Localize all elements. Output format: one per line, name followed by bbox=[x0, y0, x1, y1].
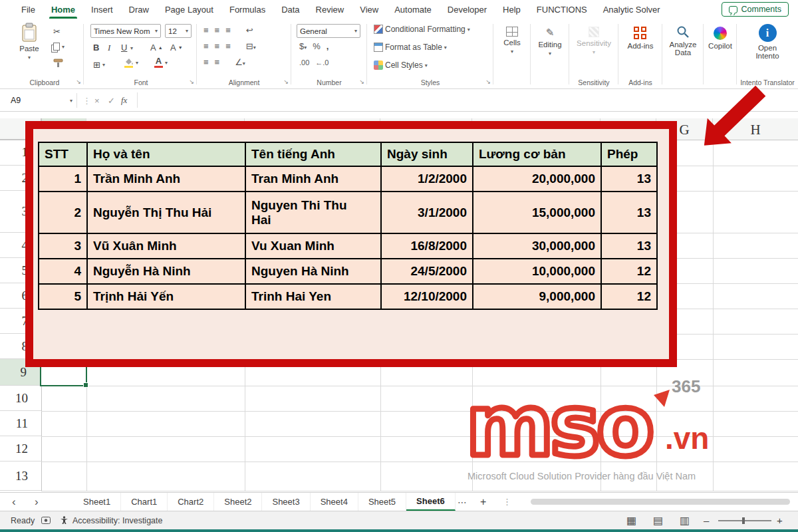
menu-functions[interactable]: FUNCTIONS bbox=[529, 0, 595, 19]
tab-sheet4[interactable]: Sheet4 bbox=[311, 493, 358, 511]
font-size-select[interactable]: 12▾ bbox=[165, 24, 192, 38]
editing-button[interactable]: ✎ Editing ▾ bbox=[535, 27, 565, 57]
align-left-button[interactable]: ≡ bbox=[203, 41, 209, 51]
table-cell[interactable]: Vu Xuan Minh bbox=[246, 234, 382, 259]
menu-file[interactable]: File bbox=[13, 0, 43, 19]
formula-input[interactable] bbox=[141, 92, 794, 108]
cell-styles-button[interactable]: Cell Styles▾ bbox=[374, 61, 428, 70]
number-format-select[interactable]: General▾ bbox=[297, 24, 360, 38]
table-header-cell[interactable]: Họ và tên bbox=[88, 143, 246, 167]
table-header-cell[interactable]: Tên tiếng Anh bbox=[246, 143, 382, 167]
analyze-data-button[interactable]: Analyze Data bbox=[665, 25, 701, 57]
open-intento-button[interactable]: i Open Intento bbox=[749, 24, 786, 60]
zoom-slider[interactable] bbox=[718, 520, 771, 521]
borders-button[interactable]: ⊞▾ bbox=[93, 60, 105, 70]
table-cell[interactable]: 1 bbox=[39, 167, 88, 192]
decrease-font-button[interactable]: A▼ bbox=[170, 43, 183, 53]
cut-button[interactable]: ✂ bbox=[53, 27, 61, 37]
clipboard-dialog-launcher-icon[interactable]: ↘ bbox=[76, 78, 81, 85]
table-cell[interactable]: 12 bbox=[602, 259, 658, 285]
menu-developer[interactable]: Developer bbox=[440, 0, 495, 19]
table-cell[interactable]: 13 bbox=[602, 192, 658, 234]
merge-center-button[interactable]: ⊟▾ bbox=[246, 41, 256, 51]
font-dialog-launcher-icon[interactable]: ↘ bbox=[189, 78, 194, 85]
align-right-button[interactable]: ≡ bbox=[225, 41, 231, 51]
table-cell[interactable]: 10,000,000 bbox=[473, 259, 602, 285]
copilot-button[interactable]: Copilot bbox=[705, 27, 735, 50]
increase-decimal-button[interactable]: .00 bbox=[299, 59, 309, 66]
font-name-select[interactable]: Times New Rom▾ bbox=[90, 24, 161, 38]
table-cell[interactable]: Trinh Hai Yen bbox=[246, 285, 382, 310]
tab-chart2[interactable]: Chart2 bbox=[168, 493, 214, 511]
decrease-indent-button[interactable]: ≡ bbox=[203, 57, 209, 67]
table-cell[interactable]: Vũ Xuân Minh bbox=[88, 234, 246, 259]
table-cell[interactable]: 12/10/2000 bbox=[382, 285, 473, 310]
tab-sheet6-active[interactable]: Sheet6 bbox=[406, 493, 456, 511]
tab-sheet5[interactable]: Sheet5 bbox=[358, 493, 406, 511]
comments-button[interactable]: Comments bbox=[722, 2, 789, 17]
comma-style-button[interactable]: , bbox=[327, 41, 329, 51]
insert-function-button[interactable]: fx bbox=[121, 93, 127, 108]
format-as-table-button[interactable]: Format as Table▾ bbox=[374, 43, 447, 52]
confirm-entry-button[interactable]: ✓ bbox=[108, 93, 115, 108]
table-header-cell[interactable]: STT bbox=[39, 143, 88, 167]
zoom-slider-thumb[interactable] bbox=[742, 517, 745, 524]
table-cell[interactable]: 9,000,000 bbox=[473, 285, 602, 310]
tab-scroll-right-button[interactable]: › bbox=[35, 493, 39, 511]
table-cell[interactable]: 3/1/2000 bbox=[382, 192, 473, 234]
format-painter-button[interactable] bbox=[53, 59, 63, 68]
conditional-formatting-button[interactable]: Conditional Formatting▾ bbox=[374, 25, 470, 34]
increase-font-button[interactable]: A▲ bbox=[150, 43, 163, 53]
menu-review[interactable]: Review bbox=[308, 0, 352, 19]
normal-view-button[interactable]: ▦ bbox=[626, 511, 636, 529]
table-cell[interactable]: Nguyễn Thị Thu Hải bbox=[88, 192, 246, 234]
table-cell[interactable]: Nguyen Thi Thu Hai bbox=[246, 192, 382, 234]
styles-dialog-launcher-icon[interactable]: ↘ bbox=[485, 78, 491, 85]
fill-color-button[interactable]: ▾ bbox=[124, 57, 138, 68]
table-cell[interactable]: Nguyễn Hà Ninh bbox=[88, 259, 246, 285]
table-cell[interactable]: Tran Minh Anh bbox=[246, 167, 382, 192]
align-center-button[interactable]: ≡ bbox=[215, 41, 220, 51]
tab-scroll-left-button[interactable]: ‹ bbox=[12, 493, 16, 511]
addins-button[interactable]: Add-ins bbox=[624, 27, 657, 50]
zoom-in-button[interactable]: + bbox=[777, 511, 783, 529]
more-sheets-button[interactable]: ⋯ bbox=[458, 493, 467, 511]
align-bottom-button[interactable]: ≡ bbox=[225, 25, 231, 35]
percent-button[interactable]: % bbox=[313, 41, 321, 51]
tab-sheet1[interactable]: Sheet1 bbox=[73, 493, 121, 511]
row-header-10[interactable]: 10 bbox=[0, 386, 41, 411]
page-break-view-button[interactable]: ▥ bbox=[680, 511, 690, 529]
table-header-cell[interactable]: Ngày sinh bbox=[382, 143, 473, 167]
table-cell[interactable]: 12 bbox=[602, 285, 658, 310]
menu-draw[interactable]: Draw bbox=[121, 0, 157, 19]
tab-chart1[interactable]: Chart1 bbox=[121, 493, 168, 511]
cancel-entry-button[interactable]: × bbox=[94, 93, 100, 108]
table-cell[interactable]: 5 bbox=[39, 285, 88, 310]
underline-button[interactable]: U bbox=[121, 43, 127, 53]
tab-splitter-icon[interactable]: ⋮ bbox=[503, 493, 511, 511]
page-layout-view-button[interactable]: ▤ bbox=[653, 511, 663, 529]
table-cell[interactable]: Nguyen Hà Ninh bbox=[246, 259, 382, 285]
tab-sheet3[interactable]: Sheet3 bbox=[262, 493, 310, 511]
row-header-13[interactable]: 13 bbox=[0, 462, 41, 491]
align-top-button[interactable]: ≡ bbox=[203, 25, 209, 35]
table-cell[interactable]: Trần Minh Anh bbox=[88, 167, 246, 192]
new-sheet-button[interactable]: + bbox=[480, 493, 486, 511]
menu-page-layout[interactable]: Page Layout bbox=[157, 0, 221, 19]
table-cell[interactable]: 30,000,000 bbox=[473, 234, 602, 259]
wrap-text-button[interactable]: ↩ bbox=[246, 25, 253, 35]
tab-sheet2[interactable]: Sheet2 bbox=[214, 493, 262, 511]
name-box[interactable]: A9 ▾ bbox=[7, 93, 77, 108]
table-cell[interactable]: 16/8/2000 bbox=[382, 234, 473, 259]
menu-insert[interactable]: Insert bbox=[83, 0, 121, 19]
menu-analytic-solver[interactable]: Analytic Solver bbox=[595, 0, 668, 19]
row-header-11[interactable]: 11 bbox=[0, 411, 41, 436]
table-cell[interactable]: 24/5/2000 bbox=[382, 259, 473, 285]
table-cell[interactable]: 20,000,000 bbox=[473, 167, 602, 192]
table-cell[interactable]: 15,000,000 bbox=[473, 192, 602, 234]
table-cell[interactable]: 4 bbox=[39, 259, 88, 285]
number-dialog-launcher-icon[interactable]: ↘ bbox=[359, 78, 364, 85]
copy-button[interactable]: ▾ bbox=[53, 43, 65, 51]
menu-automate[interactable]: Automate bbox=[386, 0, 440, 19]
bold-button[interactable]: B bbox=[93, 43, 99, 53]
